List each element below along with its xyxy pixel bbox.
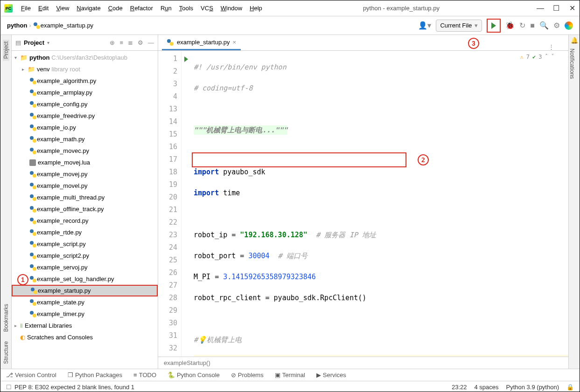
run-gutter[interactable] bbox=[182, 51, 191, 357]
tree-file[interactable]: example_startup.py bbox=[12, 285, 158, 296]
tree-file[interactable]: example_servoj.py bbox=[12, 261, 158, 273]
tree-file[interactable]: example_config.py bbox=[12, 98, 158, 110]
notifications-rail-tab[interactable]: Notifications bbox=[569, 47, 575, 81]
settings-icon[interactable]: ⚙ bbox=[553, 21, 560, 30]
structure-rail-tab[interactable]: Structure bbox=[3, 339, 9, 366]
breadcrumb[interactable]: python › example_startup.py bbox=[7, 22, 93, 29]
status-message[interactable]: PEP 8: E302 expected 2 blank lines, foun… bbox=[14, 384, 134, 391]
bookmarks-rail-tab[interactable]: Bookmarks bbox=[3, 302, 9, 334]
problems-tab[interactable]: ⊘ Problems bbox=[231, 371, 264, 378]
tree-file[interactable]: example_armplay.py bbox=[12, 87, 158, 98]
search-icon[interactable]: 🔍 bbox=[539, 21, 549, 30]
tree-file[interactable]: example_movel.py bbox=[12, 180, 158, 192]
window-close-button[interactable]: ✕ bbox=[568, 5, 576, 12]
collapse-all-icon[interactable]: ≣ bbox=[128, 39, 133, 46]
tree-file[interactable]: example_movec.py bbox=[12, 145, 158, 157]
tab-more-icon[interactable]: ⋮ bbox=[548, 43, 554, 50]
tree-file[interactable]: example_algorithm.py bbox=[12, 75, 158, 87]
code-with-me-icon[interactable] bbox=[565, 21, 573, 30]
editor-breadcrumb[interactable]: exampleStartup() bbox=[158, 357, 568, 369]
tree-file[interactable]: example_movej.py bbox=[12, 168, 158, 180]
menu-run[interactable]: Run bbox=[157, 3, 175, 14]
line-number-gutter[interactable]: 1234131415161718192021222324252627282930… bbox=[158, 51, 182, 357]
tree-file[interactable]: example_script.py bbox=[12, 238, 158, 250]
interpreter-info[interactable]: Python 3.9 (python) bbox=[506, 384, 559, 391]
python-console-tab[interactable]: 🐍 Python Console bbox=[168, 371, 220, 378]
annotation-1: 1 bbox=[17, 274, 28, 285]
tree-file[interactable]: example_movej.lua bbox=[12, 157, 158, 168]
tree-file[interactable]: example_offline_track.py bbox=[12, 203, 158, 215]
tree-file[interactable]: example_io.py bbox=[12, 122, 158, 133]
services-tab[interactable]: ▶ Services bbox=[316, 371, 346, 378]
breadcrumb-root[interactable]: python bbox=[7, 22, 27, 29]
expand-all-icon[interactable]: ≡ bbox=[119, 39, 123, 46]
python-file-icon bbox=[29, 124, 37, 131]
lua-file-icon bbox=[29, 159, 36, 166]
editor-tab-active[interactable]: example_startup.py × bbox=[162, 35, 241, 50]
menu-file[interactable]: File bbox=[17, 3, 35, 14]
tree-file[interactable]: example_freedrive.py bbox=[12, 110, 158, 122]
svg-point-1 bbox=[36, 25, 40, 29]
inspection-widget[interactable]: ⚠7 ✔3 ˆˇ bbox=[520, 54, 554, 60]
project-panel-title[interactable]: Project bbox=[24, 39, 44, 46]
editor-body[interactable]: 1234131415161718192021222324252627282930… bbox=[158, 51, 568, 357]
python-packages-tab[interactable]: ❒ Python Packages bbox=[68, 371, 122, 378]
menu-vcs[interactable]: VCS bbox=[197, 3, 217, 14]
tree-file[interactable]: example_rtde.py bbox=[12, 227, 158, 238]
tree-file[interactable]: example_record.py bbox=[12, 215, 158, 227]
project-rail-tab[interactable]: Project bbox=[3, 40, 9, 61]
user-icon[interactable]: 👤▾ bbox=[418, 21, 431, 30]
tree-file[interactable]: example_math.py bbox=[12, 133, 158, 145]
version-control-tab[interactable]: ⎇ Version Control bbox=[6, 371, 56, 378]
panel-hide-icon[interactable]: — bbox=[148, 39, 154, 46]
tree-file[interactable]: example_timer.py bbox=[12, 308, 158, 320]
terminal-tab[interactable]: ▣ Terminal bbox=[275, 371, 305, 378]
status-icon[interactable]: ☐ bbox=[6, 384, 12, 391]
menu-edit[interactable]: Edit bbox=[35, 3, 52, 14]
tab-close-icon[interactable]: × bbox=[232, 39, 236, 46]
svg-point-26 bbox=[30, 229, 34, 233]
tree-root[interactable]: ▾📁 python C:\Users\fan3z\Desktop\aub bbox=[12, 52, 158, 63]
window-title: python - example_startup.py bbox=[266, 5, 537, 12]
svg-point-41 bbox=[33, 314, 36, 317]
project-tree[interactable]: ▾📁 python C:\Users\fan3z\Desktop\aub ▸📁 … bbox=[12, 51, 158, 369]
menu-refactor[interactable]: Refactor bbox=[126, 3, 157, 14]
python-file-icon bbox=[29, 101, 37, 108]
breadcrumb-file[interactable]: example_startup.py bbox=[41, 22, 93, 29]
stop-button[interactable]: ■ bbox=[530, 21, 535, 30]
panel-settings-icon[interactable]: ⚙ bbox=[138, 39, 143, 46]
run-button[interactable] bbox=[487, 19, 501, 33]
menu-window[interactable]: Window bbox=[217, 3, 246, 14]
window-minimize-button[interactable]: — bbox=[537, 5, 544, 12]
lock-icon[interactable]: 🔒 bbox=[566, 384, 574, 391]
indent-info[interactable]: 4 spaces bbox=[474, 384, 498, 391]
tree-file[interactable]: example_set_log_handler.py bbox=[12, 273, 158, 285]
window-maximize-button[interactable]: ☐ bbox=[552, 5, 560, 12]
svg-point-15 bbox=[33, 151, 36, 154]
menu-navigate[interactable]: Navigate bbox=[73, 3, 104, 14]
menu-code[interactable]: Code bbox=[105, 3, 126, 14]
right-tool-rail: 🔔 Notifications bbox=[568, 35, 580, 369]
select-opened-file-icon[interactable]: ⊕ bbox=[110, 39, 115, 46]
run-config-selector[interactable]: Current File▾ bbox=[436, 20, 482, 32]
python-file-icon bbox=[29, 89, 37, 96]
debug-button[interactable]: 🐞 bbox=[505, 21, 515, 30]
tree-file[interactable]: example_state.py bbox=[12, 296, 158, 308]
menu-help[interactable]: Help bbox=[246, 3, 266, 14]
tree-scratches[interactable]: ◐ Scratches and Consoles bbox=[12, 331, 158, 343]
run-with-coverage-button[interactable]: ↻ bbox=[519, 21, 525, 30]
play-icon bbox=[491, 22, 496, 29]
python-file-icon bbox=[29, 217, 37, 225]
tree-file[interactable]: example_script2.py bbox=[12, 250, 158, 261]
svg-point-11 bbox=[33, 127, 36, 131]
menu-tools[interactable]: Tools bbox=[175, 3, 197, 14]
run-line-icon[interactable] bbox=[184, 56, 188, 62]
tree-file[interactable]: example_multi_thread.py bbox=[12, 192, 158, 203]
svg-point-31 bbox=[33, 255, 36, 259]
code-area[interactable]: #! /usr/bin/env python # coding=utf-8 ""… bbox=[191, 51, 568, 357]
tree-venv[interactable]: ▸📁 venv library root bbox=[12, 63, 158, 75]
caret-position[interactable]: 23:22 bbox=[452, 384, 467, 391]
menu-view[interactable]: View bbox=[52, 3, 73, 14]
tree-external-libraries[interactable]: ▸⫴ External Libraries bbox=[12, 320, 158, 331]
todo-tab[interactable]: ≡ TODO bbox=[133, 371, 156, 378]
